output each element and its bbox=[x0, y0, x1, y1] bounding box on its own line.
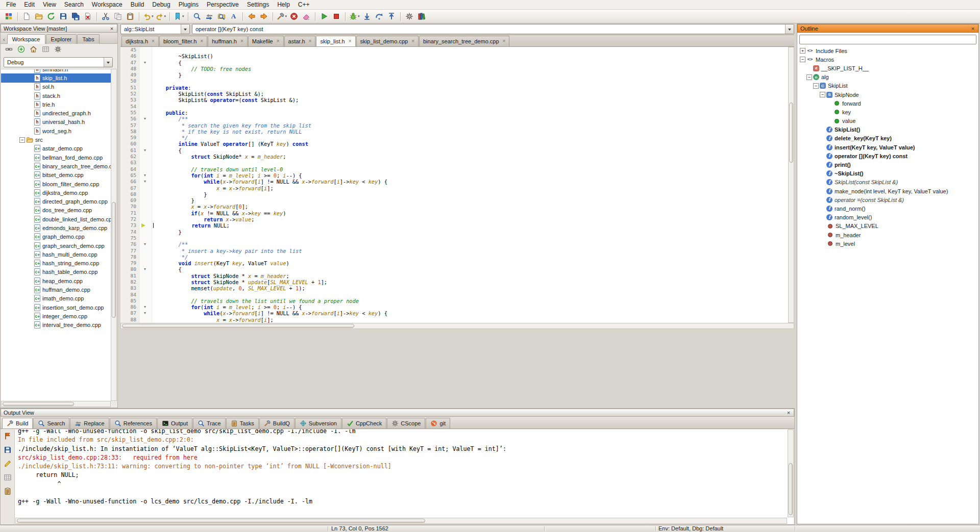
outline-item-value[interactable]: value bbox=[798, 117, 978, 125]
save-all-icon[interactable] bbox=[69, 11, 82, 22]
function-dropdown[interactable]: operator [](KeyT key) const bbox=[192, 24, 794, 34]
build-line[interactable]: src/skip_list_demo.cpp:28:33: required f… bbox=[18, 453, 787, 462]
editor-tab-binary-search-tree-demo-cpp[interactable]: binary_search_tree_demo.cpp× bbox=[419, 36, 509, 46]
tree-item-double-linked-list-demo-cpp[interactable]: c+double_linked_list_demo.cpp bbox=[1, 215, 111, 223]
fold-marker-icon[interactable]: ▾ bbox=[144, 116, 146, 122]
output-tab-output[interactable]: Output bbox=[157, 418, 192, 428]
editor-tab-makefile[interactable]: Makefile× bbox=[248, 36, 284, 46]
run-program-icon[interactable] bbox=[318, 11, 330, 22]
goto-active-project-icon[interactable] bbox=[30, 45, 37, 55]
open-file-icon[interactable] bbox=[33, 11, 45, 22]
outline-item-insert-keyt-key-valuet-value[interactable]: finsert(KeyT key, ValueT value) bbox=[798, 143, 978, 151]
code-line[interactable]: 75 bbox=[120, 235, 788, 241]
tab-close-icon[interactable]: × bbox=[240, 39, 243, 43]
outline-item-operator-const-skiplist[interactable]: foperator =(const SkipList &) bbox=[798, 195, 978, 204]
outline-item-skip-list-h[interactable]: d__SKIP_LIST_H__ bbox=[798, 64, 978, 72]
code-line[interactable]: 86▾ for(int i = m_level; i >= 0; i--) { bbox=[120, 304, 788, 310]
tree-item-dijkstra-demo-cpp[interactable]: c+dijkstra_demo.cpp bbox=[1, 188, 111, 197]
outline-item-skiplist[interactable]: fSkipList() bbox=[798, 125, 978, 134]
fold-marker-icon[interactable]: ▾ bbox=[144, 147, 146, 154]
build-line[interactable]: return NULL; bbox=[18, 471, 787, 479]
code-line[interactable]: 46 ~SkipList() bbox=[120, 53, 788, 59]
tree-item-trie-h[interactable]: htrie.h bbox=[1, 100, 111, 109]
code-line[interactable]: 51 private: bbox=[120, 85, 788, 91]
tree-item-binary-search-tree-demo-cpp[interactable]: c+binary_search_tree_demo.cpp bbox=[1, 162, 111, 170]
navigate-forward-icon[interactable] bbox=[258, 11, 270, 22]
expander-icon[interactable]: − bbox=[813, 83, 819, 89]
tab-close-icon[interactable]: × bbox=[200, 39, 203, 43]
code-line[interactable]: 63 bbox=[120, 160, 788, 166]
menu-item-search[interactable]: Search bbox=[60, 1, 88, 9]
tree-item-dos-tree-demo-cpp[interactable]: c+dos_tree_demo.cpp bbox=[1, 206, 111, 215]
tree-item-hash-string-demo-cpp[interactable]: c+hash_string_demo.cpp bbox=[1, 259, 111, 268]
code-line[interactable]: 79 void insert(KeyT key, ValueT value) bbox=[120, 260, 788, 266]
output-horizontal-scrollbar[interactable] bbox=[15, 518, 787, 524]
code-line[interactable]: 60 inline ValueT operator[] (KeyT key) c… bbox=[120, 141, 788, 147]
workspace-tab-explorer[interactable]: Explorer bbox=[46, 34, 77, 44]
code-line[interactable]: 53 SkipList& operator=(const SkipList &)… bbox=[120, 97, 788, 103]
menu-item-help[interactable]: Help bbox=[273, 1, 294, 9]
outline-item-m-header[interactable]: m_header bbox=[798, 231, 978, 239]
tab-close-icon[interactable]: × bbox=[309, 39, 312, 43]
manage-workspace-icon[interactable] bbox=[3, 11, 15, 22]
build-line[interactable]: g++ -g -Wall -Wno-unused-function -o lcs… bbox=[18, 497, 787, 506]
code-line[interactable]: 48 // TODO: free nodes bbox=[120, 66, 788, 72]
output-tab-subversion[interactable]: Subversion bbox=[295, 418, 341, 428]
fold-marker-icon[interactable]: ▾ bbox=[144, 266, 146, 272]
tab-close-icon[interactable]: × bbox=[411, 39, 414, 43]
output-tab-cscope[interactable]: CScope bbox=[387, 418, 425, 428]
code-line[interactable]: 77 * insert a key->key pair into the lis… bbox=[120, 248, 788, 254]
reload-file-icon[interactable] bbox=[45, 11, 57, 22]
code-line[interactable]: 78 */ bbox=[120, 254, 788, 260]
cut-icon[interactable] bbox=[100, 11, 112, 22]
fold-marker-icon[interactable]: ▾ bbox=[144, 60, 146, 66]
start-debugger-dropdown-icon[interactable]: ▾ bbox=[358, 14, 360, 18]
tree-item-edmonds-karp-demo-cpp[interactable]: c+edmonds_karp_demo.cpp bbox=[1, 223, 111, 232]
editor-vertical-scrollbar[interactable] bbox=[788, 47, 794, 323]
output-columns-icon[interactable] bbox=[4, 473, 12, 483]
code-line[interactable]: 64 // travels down until level-0 bbox=[120, 166, 788, 172]
output-tab-replace[interactable]: Replace bbox=[70, 418, 109, 428]
code-line[interactable]: 56▾ /** bbox=[120, 116, 788, 122]
tab-close-icon[interactable]: × bbox=[503, 39, 506, 43]
help-books-icon[interactable] bbox=[415, 11, 428, 22]
tree-vertical-scrollbar[interactable] bbox=[111, 69, 117, 401]
output-next-error-icon[interactable] bbox=[4, 432, 12, 442]
editor-tab-bloom-filter-h[interactable]: bloom_filter.h× bbox=[159, 36, 207, 46]
expander-icon[interactable]: − bbox=[806, 74, 812, 80]
code-line[interactable]: 61▾ { bbox=[120, 147, 788, 154]
code-line[interactable]: 84 bbox=[120, 292, 788, 298]
editor-horizontal-scrollbar[interactable] bbox=[120, 323, 794, 329]
output-tab-cppcheck[interactable]: CppCheck bbox=[342, 418, 386, 428]
outline-item-make-node-int-level-keyt-key-valuet-value[interactable]: fmake_node(int level, KeyT key, ValueT v… bbox=[798, 187, 978, 195]
new-file-icon[interactable] bbox=[20, 11, 33, 22]
start-debugger-icon[interactable]: ▾ bbox=[348, 11, 361, 22]
tab-close-icon[interactable]: × bbox=[277, 39, 280, 43]
outline-item-macros[interactable]: −<>Macros bbox=[798, 55, 978, 64]
tree-item-bloom-filter-demo-cpp[interactable]: c+bloom_filter_demo.cpp bbox=[1, 180, 111, 188]
tree-item-sol-h[interactable]: hsol.h bbox=[1, 83, 111, 91]
menu-item-view[interactable]: View bbox=[39, 1, 60, 9]
code-editor[interactable]: 4546 ~SkipList()47▾ {48 // TODO: free no… bbox=[120, 47, 788, 323]
tab-scroll-left-icon[interactable]: ‹ bbox=[1, 35, 7, 43]
build-line[interactable]: g++ -g -Wall -Wno-unused-function -o ski… bbox=[18, 429, 787, 436]
build-project-dropdown-icon[interactable]: ▾ bbox=[285, 14, 287, 18]
tree-item-heap-demo-cpp[interactable]: c+heap_demo.cpp bbox=[1, 276, 111, 285]
step-out-icon[interactable] bbox=[385, 11, 398, 22]
fold-marker-icon[interactable]: ▾ bbox=[144, 241, 146, 247]
tree-item-insertion-sort-demo-cpp[interactable]: c+insertion_sort_demo.cpp bbox=[1, 303, 111, 312]
outline-panel-close-icon[interactable]: × bbox=[969, 26, 976, 32]
outline-item-skiplist[interactable]: f~SkipList() bbox=[798, 169, 978, 178]
workspace-tab-tabs[interactable]: Tabs bbox=[77, 34, 99, 44]
code-line[interactable]: 67 x = x->forward[i]; bbox=[120, 185, 788, 191]
settings-icon[interactable] bbox=[403, 11, 415, 22]
link-editor-icon[interactable] bbox=[5, 45, 13, 55]
tree-item-bitset-demo-cpp[interactable]: c+bitset_demo.cpp bbox=[1, 171, 111, 180]
editor-tab-astar-h[interactable]: astar.h× bbox=[284, 36, 316, 46]
expander-icon[interactable]: − bbox=[820, 92, 825, 97]
code-line[interactable]: 69 } bbox=[120, 197, 788, 204]
tree-item-astar-demo-cpp[interactable]: c+astar_demo.cpp bbox=[1, 144, 111, 153]
output-vertical-scrollbar[interactable] bbox=[788, 429, 794, 517]
code-line[interactable]: 50 bbox=[120, 78, 788, 84]
code-line[interactable]: 47▾ { bbox=[120, 60, 788, 66]
